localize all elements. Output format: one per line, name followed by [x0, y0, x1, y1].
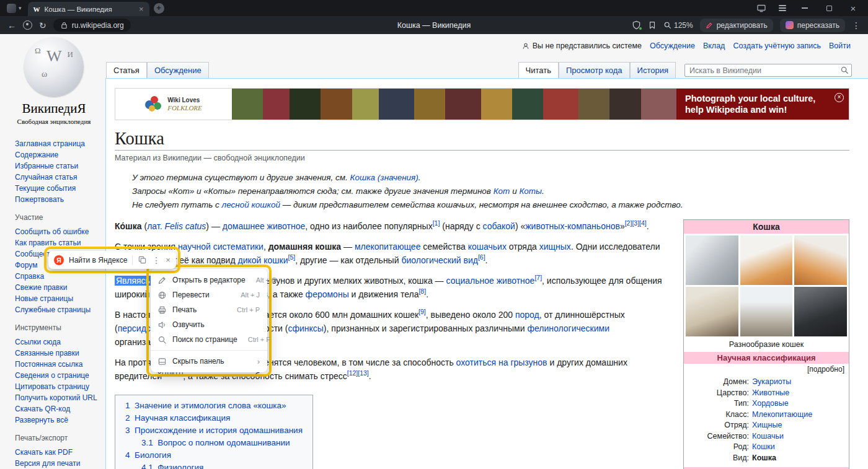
sidebar-link[interactable]: Версия для печати [15, 458, 103, 469]
article-link[interactable]: Felis catus [164, 221, 206, 231]
cat-photo-siamese[interactable] [686, 287, 738, 336]
sidebar-link[interactable]: Ссылки сюда [15, 336, 103, 348]
menu-item-find-on-page[interactable]: Поиск по странице Ctrl + F [151, 332, 267, 347]
toc-link[interactable]: 1 Значение и этимология слова «кошка» [125, 401, 286, 410]
protect-shield-icon[interactable] [632, 20, 641, 30]
sidebar-link[interactable]: Связанные правки [15, 348, 103, 359]
sidebar-link[interactable]: Сообщить об ошибке [15, 226, 103, 237]
reference-link[interactable]: [5] [288, 253, 296, 261]
cat-photo-tabby-snow[interactable] [740, 287, 793, 336]
article-link[interactable]: домашнее животное [223, 221, 305, 231]
search-input[interactable] [684, 64, 852, 77]
reference-link[interactable]: [3] [632, 219, 639, 227]
retell-button[interactable]: пересказать [780, 19, 845, 32]
article-link[interactable]: млекопитающее [355, 242, 421, 252]
article-link[interactable]: фелинологическими [527, 323, 609, 333]
sidebar-link[interactable]: Содержание [15, 149, 103, 160]
cat-photo-orange-sitting[interactable] [740, 235, 793, 285]
article-link[interactable]: кошачьих [468, 242, 507, 252]
browser-tab[interactable]: W Кошка — Википедия × [28, 2, 149, 16]
edit-button[interactable]: редактировать [700, 19, 773, 32]
article-link[interactable]: феромоны [306, 289, 349, 299]
sidebar-link[interactable]: Получить короткий URL [15, 392, 103, 403]
taxon-link[interactable]: Эукариоты [752, 377, 791, 388]
sidebar-link[interactable]: Пожертвовать [15, 194, 103, 205]
menu-item-read-aloud[interactable]: Озвучить [151, 317, 267, 332]
cat-photo-orange-standing[interactable] [794, 235, 847, 285]
article-link[interactable]: дикой кошки [238, 255, 288, 265]
toc-link[interactable]: 4.1 Физиология [141, 463, 203, 469]
find-in-yandex-popup[interactable]: Я Найти в Яндексе ⋮ × [48, 251, 176, 269]
taxon-link[interactable]: Животные [752, 388, 789, 399]
personal-login-link[interactable]: Войти [829, 42, 851, 50]
tab-history[interactable]: История [630, 62, 676, 79]
toc-link[interactable]: 3.1 Вопрос о полном одомашнивании [141, 438, 290, 447]
sidebar-link[interactable]: Текущие события [15, 183, 103, 194]
menu-item-translate[interactable]: Перевести Alt + J [151, 287, 267, 302]
tab-discussion[interactable]: Обсуждение [147, 62, 209, 79]
article-link[interactable]: пород [515, 310, 539, 320]
cat-photo-gray-lying[interactable] [686, 235, 738, 285]
article-link[interactable]: сфинксы [288, 323, 323, 333]
article-link[interactable]: собакой [483, 221, 515, 231]
classification-detail-link[interactable]: [подробно] [684, 364, 849, 375]
banner-close-icon[interactable]: × [835, 93, 844, 102]
article-link[interactable]: Кошка (значения) [350, 173, 418, 182]
url-field[interactable]: ru.wikipedia.org [53, 19, 131, 32]
personal-create-account-link[interactable]: Создать учётную запись [733, 42, 821, 50]
article-link[interactable]: Коты [519, 186, 542, 196]
taxon-link[interactable]: Хордовые [752, 398, 789, 410]
copy-icon[interactable] [138, 255, 147, 265]
reference-link[interactable]: [13] [358, 369, 369, 377]
minimize-button[interactable] [795, 0, 815, 16]
more-options-icon[interactable]: ⋮ [852, 20, 861, 30]
article-link[interactable]: лат. [147, 221, 162, 231]
sidebar-link[interactable]: Случайная статья [15, 172, 103, 183]
sidebar-link[interactable]: Цитировать страницу [15, 381, 103, 392]
reference-link[interactable]: [4] [639, 219, 647, 227]
sidebar-link[interactable]: Новые страницы [15, 293, 103, 304]
reference-link[interactable]: [12] [347, 369, 358, 377]
close-window-button[interactable]: × [843, 0, 863, 16]
menu-item-print[interactable]: Печать Ctrl + P [151, 302, 267, 317]
sidebar-link[interactable]: Избранные статьи [15, 160, 103, 172]
sidebar-link[interactable]: Скачать как PDF [15, 447, 103, 458]
profile-icon[interactable] [23, 20, 32, 30]
tab-view-source[interactable]: Просмотр кода [559, 62, 630, 79]
sidebar-link[interactable]: Заглавная страница [15, 138, 103, 149]
menu-item-open-in-editor[interactable]: Открыть в редакторе Alt + O [151, 273, 267, 287]
reference-link[interactable]: [8] [418, 287, 426, 295]
wikipedia-globe-icon[interactable]: W Ω И ω [24, 37, 84, 97]
article-link[interactable]: Кот [494, 186, 510, 196]
close-icon[interactable]: × [166, 256, 170, 264]
back-icon[interactable]: ← [7, 21, 16, 30]
zoom-indicator[interactable]: 125% [663, 21, 693, 30]
article-link[interactable]: социальное животное [446, 276, 535, 286]
personal-talk-link[interactable]: Обсуждение [650, 42, 695, 50]
taxon-link[interactable]: Кошачьи [752, 431, 784, 442]
menu-hamburger-icon[interactable] [774, 5, 790, 11]
wiki-search[interactable] [684, 64, 852, 77]
wikipedia-logo[interactable]: W Ω И ω ВикипедиЯ Свободная энциклопедия [7, 37, 100, 125]
sidebar-link[interactable]: Свежие правки [15, 282, 103, 293]
taxon-link[interactable]: Хищные [752, 420, 782, 431]
sidebar-link[interactable]: Служебные страницы [15, 304, 103, 315]
taxon-link[interactable]: Млекопитающие [752, 410, 812, 421]
devices-icon[interactable] [753, 3, 770, 13]
tab-close-icon[interactable]: × [139, 5, 144, 13]
toc-link[interactable]: 3 Происхождение и история одомашнивания [125, 426, 303, 435]
reference-link[interactable]: [1] [433, 219, 440, 227]
tab-article[interactable]: Статья [106, 62, 147, 79]
reference-link[interactable]: [7] [534, 274, 542, 281]
reload-icon[interactable]: ↻ [39, 21, 46, 30]
maximize-button[interactable] [819, 0, 839, 16]
sidebar-link[interactable]: Развернуть всё [15, 414, 103, 426]
new-tab-button[interactable]: + [154, 3, 164, 14]
reference-link[interactable]: [9] [418, 308, 426, 315]
search-icon[interactable] [840, 66, 849, 74]
article-link[interactable]: лесной кошкой [222, 200, 280, 209]
sidebar-link[interactable]: Скачать QR-код [15, 403, 103, 414]
taxon-link[interactable]: Кошки [752, 442, 775, 453]
toc-link[interactable]: 2 Научная классификация [125, 413, 230, 423]
toc-link[interactable]: 4 Биология [125, 450, 171, 460]
